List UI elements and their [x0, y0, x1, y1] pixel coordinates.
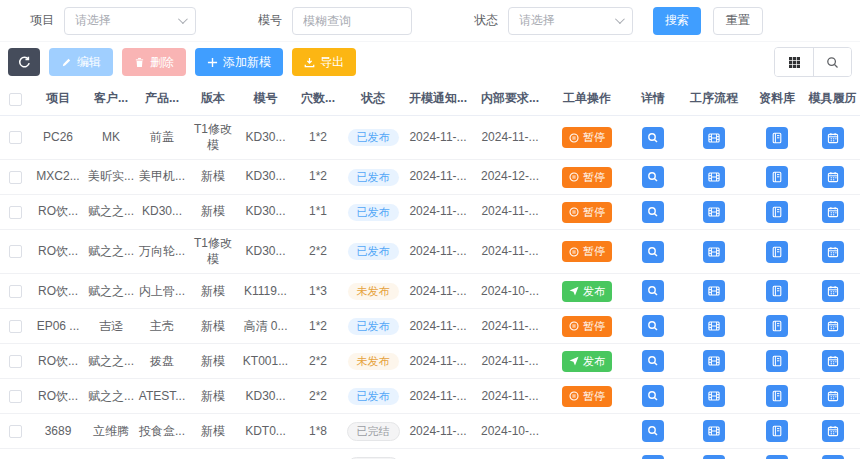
column-grid-button[interactable] [775, 48, 813, 76]
project-select[interactable]: 请选择 [64, 7, 196, 35]
detail-button[interactable] [642, 201, 664, 223]
cell-work-order: 暂停 发布 [547, 449, 627, 459]
table-search-button[interactable] [813, 48, 851, 76]
row-checkbox[interactable] [9, 285, 22, 298]
process-flow-button[interactable] [703, 127, 725, 149]
cell-model: K1119... [238, 274, 293, 309]
process-flow-button[interactable] [703, 166, 725, 188]
pause-button[interactable]: 暂停 [562, 386, 612, 407]
library-button[interactable] [766, 350, 788, 372]
process-flow-button[interactable] [703, 280, 725, 302]
col-header-detail: 详情 [627, 82, 679, 116]
library-button[interactable] [766, 385, 788, 407]
reset-button[interactable]: 重置 [713, 7, 763, 35]
library-button[interactable] [766, 315, 788, 337]
row-checkbox[interactable] [9, 171, 22, 184]
history-button[interactable] [822, 420, 844, 442]
cell-product: 万向轮... [136, 230, 188, 274]
detail-button[interactable] [642, 350, 664, 372]
pause-circle-icon [569, 172, 579, 182]
pause-button[interactable]: 暂停 [562, 241, 612, 262]
publish-button[interactable]: 发布 [562, 351, 612, 372]
table-row: RO饮... 赋之之... 万向轮... T1修改模 KD30... 2*2 已… [0, 230, 860, 274]
table-row: EP06 ... 吉迳 主壳 新模 高清 0... 1*2 已发布 2024-1… [0, 309, 860, 344]
cell-customer: 赋之之... [86, 344, 136, 379]
history-button[interactable] [822, 127, 844, 149]
cell-version: 新模 [188, 449, 238, 459]
detail-button[interactable] [642, 166, 664, 188]
cell-model: KD30... [238, 160, 293, 195]
pause-button[interactable]: 暂停 [562, 202, 612, 223]
pause-button[interactable]: 暂停 [562, 316, 612, 337]
history-button[interactable] [822, 455, 844, 459]
calendar-icon [827, 355, 839, 367]
cell-product: 投食盒... [136, 414, 188, 449]
table-header: 项目 客户... 产品... 版本 模号 穴数... 状态 开模通知... 内部… [0, 82, 860, 116]
row-checkbox[interactable] [9, 131, 22, 144]
col-header-internal-date: 内部要求... [473, 82, 547, 116]
process-flow-button[interactable] [703, 315, 725, 337]
history-button[interactable] [822, 166, 844, 188]
detail-button[interactable] [642, 420, 664, 442]
project-select-placeholder: 请选择 [75, 12, 111, 29]
edit-button[interactable]: 编辑 [49, 48, 113, 76]
library-button[interactable] [766, 241, 788, 263]
process-flow-button[interactable] [703, 241, 725, 263]
library-button[interactable] [766, 127, 788, 149]
col-header-cavity: 穴数... [293, 82, 343, 116]
search-button[interactable]: 搜索 [653, 7, 701, 35]
library-button[interactable] [766, 455, 788, 459]
history-button[interactable] [822, 241, 844, 263]
process-flow-button[interactable] [703, 201, 725, 223]
row-checkbox[interactable] [9, 206, 22, 219]
cell-version: 新模 [188, 344, 238, 379]
history-button[interactable] [822, 315, 844, 337]
library-button[interactable] [766, 201, 788, 223]
library-button[interactable] [766, 420, 788, 442]
library-button[interactable] [766, 166, 788, 188]
detail-button[interactable] [642, 241, 664, 263]
row-checkbox[interactable] [9, 355, 22, 368]
table-row: RO饮... 赋之之... KD30... 新模 KD30... 1*1 已发布… [0, 195, 860, 230]
process-flow-button[interactable] [703, 385, 725, 407]
status-badge: 已发布 [348, 204, 399, 221]
select-all-checkbox[interactable] [9, 93, 22, 106]
publish-button[interactable]: 发布 [562, 281, 612, 302]
cell-product: 主壳 [136, 309, 188, 344]
status-select-placeholder: 请选择 [519, 12, 555, 29]
row-checkbox[interactable] [9, 320, 22, 333]
pause-button[interactable]: 暂停 [562, 167, 612, 188]
delete-button[interactable]: 删除 [122, 48, 186, 76]
pause-button[interactable]: 暂停 [562, 127, 612, 148]
process-flow-button[interactable] [703, 455, 725, 459]
row-checkbox[interactable] [9, 245, 22, 258]
add-mold-button-label: 添加新模 [223, 54, 271, 71]
cell-internal-date: 2024-11-... [473, 449, 547, 459]
history-button[interactable] [822, 385, 844, 407]
cell-product: 基础款... [136, 449, 188, 459]
row-checkbox[interactable] [9, 390, 22, 403]
history-button[interactable] [822, 201, 844, 223]
grid-icon [788, 56, 801, 69]
status-select[interactable]: 请选择 [508, 7, 633, 35]
process-flow-button[interactable] [703, 350, 725, 372]
process-flow-button[interactable] [703, 420, 725, 442]
detail-button[interactable] [642, 455, 664, 459]
detail-button[interactable] [642, 315, 664, 337]
delete-button-label: 删除 [150, 54, 174, 71]
history-button[interactable] [822, 280, 844, 302]
film-icon [708, 390, 720, 402]
history-button[interactable] [822, 350, 844, 372]
add-mold-button[interactable]: 添加新模 [195, 48, 283, 76]
model-search-input[interactable] [292, 7, 412, 35]
cell-model: KD30... [238, 230, 293, 274]
export-button[interactable]: 导出 [292, 48, 356, 76]
row-checkbox[interactable] [9, 425, 22, 438]
refresh-button[interactable] [8, 48, 40, 76]
detail-button[interactable] [642, 385, 664, 407]
publish-button-label: 发布 [583, 354, 605, 369]
detail-button[interactable] [642, 280, 664, 302]
library-button[interactable] [766, 280, 788, 302]
detail-button[interactable] [642, 127, 664, 149]
col-header-project: 项目 [30, 82, 86, 116]
